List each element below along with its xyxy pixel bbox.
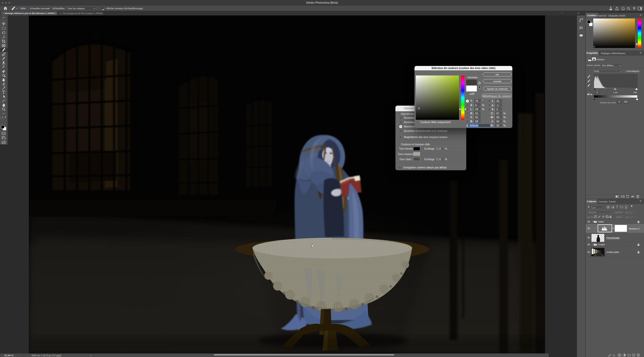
svg-text:β5: β5 (579, 26, 583, 30)
svg-text:fx: fx (613, 354, 615, 357)
